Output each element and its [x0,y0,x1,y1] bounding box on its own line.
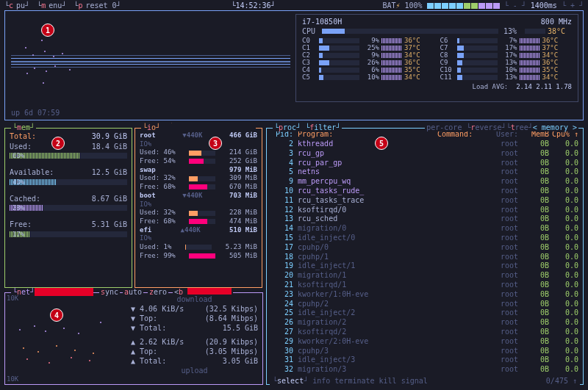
svg-point-26 [74,350,76,351]
mem-title[interactable]: └mem┘ [11,123,36,131]
dl-top: (8.64 Mibps) [205,314,258,323]
net-zero[interactable]: zero [148,288,168,296]
disk-panel: └disks┘ └io┘ root▼440K466 GiBIO%Used: 46… [135,128,262,288]
proc-title[interactable]: └proc┘ └filter┘ [273,123,342,131]
disk-io-label: IO% [140,201,257,209]
core-row: C8 17% 34°C [440,51,573,59]
svg-point-11 [62,53,63,54]
dl-top-label: ▼ Top: [131,314,157,323]
proc-row[interactable]: 2kthreaddroot0B0.0 [271,140,578,149]
proc-row[interactable]: 24cpuhp/2root0B0.0 [271,300,578,309]
svg-point-10 [54,65,56,67]
proc-row[interactable]: 17cpuhp/0root0B0.0 [271,243,578,253]
toggle-plus-icon[interactable]: └ + ┘ [562,1,584,10]
ul-rate: ▲ 2.62 KiB/s [131,337,184,347]
proc-row[interactable]: 27ksoftirqd/2root0B0.0 [271,328,578,337]
proc-row[interactable]: 25idle_inject/2root0B0.0 [271,308,578,318]
battery-bar [427,3,500,9]
proc-row[interactable]: 29kworker/2:0H-everoot0B0.0 [271,337,578,347]
proc-row[interactable]: 4rcu_par_gproot0B0.0 [271,159,578,168]
proc-row[interactable]: 13rcu_schedroot0B0.0 [271,214,578,224]
svg-point-6 [43,82,44,84]
svg-point-27 [93,353,94,354]
core-row: C2 9% 34°C [302,51,434,59]
mem-avail-bar: 40% [10,179,127,185]
svg-rect-16 [11,67,290,68]
svg-point-25 [56,345,57,347]
proc-row[interactable]: 30cpuhp/3root0B0.0 [271,347,578,356]
disk-section-head: swap979 MiB [140,166,257,175]
topbar-left: └ccpupu┘ └menu┘ └preset 0┘ [4,1,124,10]
proc-row[interactable]: 18cpuhp/1root0B0.0 [271,253,578,262]
core-row: C4 6% 35°C [302,66,434,73]
dl-total: 15.5 GiB [223,323,258,333]
svg-point-12 [69,69,71,71]
disk-used-row: Used: 32%309 MiB [140,174,257,183]
proc-row[interactable]: 3rcu_gproot0B0.0 [271,149,578,159]
disk-free-row: Free: 99%505 MiB [140,252,257,261]
proc-row[interactable]: 20migration/1root0B0.0 [271,271,578,281]
svg-point-17 [19,329,21,331]
svg-point-29 [49,362,50,364]
annotation-marker-1: 1 [41,24,54,37]
mem-total-label: Total: [10,131,36,142]
dl-total-label: ▼ Total: [131,323,166,333]
lightning-icon: ⚡ [396,1,401,10]
mem-free: 5.31 GiB [92,220,127,230]
proc-row[interactable]: 26migration/2root0B0.0 [271,318,578,328]
net-panel: └net┘ sync auto zero <b 10K 10K download… [4,292,263,385]
core-row: C9 13% 36°C [440,59,573,66]
mem-free-bar: 17% [10,231,127,237]
proc-row[interactable]: 23kworker/1:0H-everoot0B0.0 [271,290,578,300]
mem-used-bar: 60% [10,153,127,159]
toggle-minus-icon[interactable]: └ - ┘ [504,1,526,10]
proc-row[interactable]: 5netnsroot0B0.0 [271,167,578,177]
svg-point-5 [41,40,43,41]
proc-body[interactable]: 2kthreaddroot0B0.03rcu_gproot0B0.04rcu_p… [267,140,583,375]
annotation-marker-3: 3 [209,137,222,150]
svg-rect-13 [11,58,290,59]
net-iface[interactable]: <b [173,288,233,296]
core-row: C3 26% 36°C [302,59,434,66]
svg-rect-0 [11,61,290,62]
ul-bits: (20.9 Kibps) [205,337,258,347]
ul-top-label: ▲ Top: [131,347,157,356]
mem-panel: └mem┘ Total:30.9 GiB Used:18.4 GiB 60% A… [4,128,132,288]
svg-point-1 [25,47,26,48]
mem-avail-label: Available: [10,167,54,178]
proc-row[interactable]: 11rcu_tasks_traceroot0B0.0 [271,196,578,206]
footer-actions[interactable]: └select┘ info terminate kill signal [273,377,428,385]
disk-section-head: boot▼440K703 MiB [140,192,257,201]
net-stats: download ▼ 4.06 KiB/s(32.5 Kibps) ▼ Top:… [126,293,262,384]
svg-point-18 [34,325,35,327]
svg-point-30 [71,357,72,358]
proc-row[interactable]: 32migration/3root0B0.0 [271,365,578,375]
proc-row[interactable]: 12ksoftirqd/0root0B0.0 [271,206,578,215]
cpu-wave-svg [11,26,290,99]
menu-cpu[interactable]: └ccpupu┘ [4,1,29,10]
svg-rect-15 [11,55,290,56]
uptime: up 6d 07:59 [11,109,60,117]
ul-total: 3.05 GiB [223,356,258,366]
core-row: C10 10% 35°C [440,66,573,73]
proc-row[interactable]: 15idle_inject/0root0B0.0 [271,234,578,243]
core-row: C5 10% 34°C [302,73,434,81]
proc-row[interactable]: 19idle_inject/1root0B0.0 [271,261,578,271]
proc-row[interactable]: 21ksoftirqd/1root0B0.0 [271,281,578,290]
proc-row[interactable]: 9mm_percpu_wqroot0B0.0 [271,177,578,187]
proc-row[interactable]: 31idle_inject/3root0B0.0 [271,355,578,365]
proc-row[interactable]: 10rcu_tasks_rude_root0B0.0 [271,187,578,196]
disk-section-head: efi▲440K510 MiB [140,226,257,235]
mem-avail: 12.5 GiB [92,167,127,178]
proc-row[interactable]: 14migration/0root0B0.0 [271,224,578,234]
annotation-marker-2: 2 [51,137,65,150]
mem-cached: 8.67 GiB [92,194,127,204]
svg-point-9 [53,56,54,57]
cpu-model: i7-10850H [302,18,342,26]
cpu-total-label: CPU [302,27,317,35]
io-title[interactable]: └io┘ [141,123,256,131]
menu-menu[interactable]: └menu┘ [37,1,66,10]
menu-preset[interactable]: └preset 0┘ [74,1,121,10]
proc-sort-options[interactable]: per-core └reverse┘└tree┘< memory > [425,123,578,131]
mem-cached-bar: 28% [10,205,127,211]
